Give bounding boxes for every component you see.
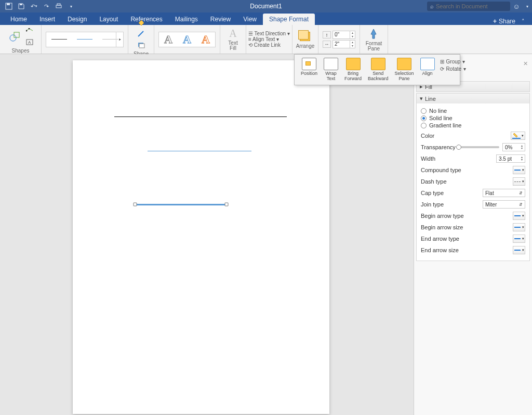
selection-handle-left[interactable] — [134, 203, 137, 206]
join-type-select[interactable]: Miter⇵ — [483, 200, 525, 209]
svg-rect-6 — [14, 32, 19, 37]
line-shape-2[interactable] — [148, 151, 251, 151]
svg-text:A: A — [28, 40, 31, 45]
ribbon-tabs: Home Insert Design Layout References Mai… — [0, 12, 532, 25]
tab-view[interactable]: View — [237, 14, 263, 25]
work-area: ✕ ▸Fill ▾Line No line Solid line Gradien… — [0, 54, 532, 415]
cap-label: Cap type — [421, 190, 444, 196]
arrange-label: Arrange — [296, 44, 315, 49]
undo-icon[interactable]: ↶ ▾ — [29, 2, 38, 10]
text-direction-button[interactable]: ☰ Text Direction ▾ — [248, 31, 290, 36]
join-label: Join type — [421, 201, 444, 208]
color-picker[interactable]: ▾ — [511, 132, 525, 140]
compound-type-picker[interactable]: ▾ — [513, 166, 525, 174]
share-label: Share — [499, 18, 515, 25]
transparency-slider[interactable] — [459, 146, 499, 148]
autosave-icon[interactable] — [4, 2, 14, 10]
position-button[interactable]: Position — [298, 58, 321, 82]
ribbon: A Shapes ▸ Shape Fill AAA A Text Fill ☰ … — [0, 25, 532, 54]
rotate-button[interactable]: ⟳ Rotate ▾ — [440, 66, 466, 72]
create-link-button[interactable]: ⟲ Create Link — [248, 42, 281, 48]
wordart-group: AAA — [154, 25, 220, 54]
compound-label: Compound type — [421, 167, 461, 173]
insert-shapes-button[interactable] — [7, 29, 22, 44]
tab-insert[interactable]: Insert — [33, 14, 61, 25]
pane-close-icon[interactable]: ✕ — [523, 60, 528, 67]
end-arrow-type-label: End arrow type — [421, 236, 459, 242]
customize-qat-icon[interactable]: ▾ — [66, 2, 76, 10]
shape-outline-button[interactable] — [136, 29, 147, 39]
quick-access-toolbar: ↶ ▾ ↷ ▾ — [0, 2, 76, 10]
selection-pane-button[interactable]: Selection Pane — [392, 58, 417, 82]
print-icon[interactable] — [54, 2, 63, 10]
feedback-dropdown-icon[interactable]: ▾ — [523, 4, 532, 9]
save-icon[interactable] — [17, 2, 26, 10]
search-input[interactable] — [436, 3, 507, 9]
text-fill-label: Text Fill — [224, 41, 242, 51]
svg-rect-1 — [7, 3, 10, 5]
wrap-text-button[interactable]: Wrap Text — [321, 58, 341, 82]
shape-fill-button[interactable] — [136, 17, 147, 28]
bring-forward-button[interactable]: Bring Forward — [341, 58, 365, 82]
tab-design[interactable]: Design — [61, 14, 93, 25]
height-input[interactable]: 0"▴▾ — [332, 31, 355, 39]
cap-type-select[interactable]: Flat⇵ — [483, 189, 525, 197]
width-input[interactable]: 2"▴▾ — [332, 40, 355, 48]
send-backward-button[interactable]: Send Backward — [365, 58, 392, 82]
shapes-label: Shapes — [12, 48, 30, 54]
tab-review[interactable]: Review — [204, 14, 237, 25]
tab-layout[interactable]: Layout — [93, 14, 124, 25]
line-width-label: Width — [421, 155, 435, 162]
arrange-group: Arrange — [292, 25, 318, 54]
edit-shape-icon[interactable] — [24, 25, 35, 36]
page — [73, 60, 329, 414]
redo-icon[interactable]: ↷ — [42, 2, 51, 10]
width-value: 2" — [335, 41, 339, 47]
line-shape-selected[interactable] — [135, 204, 227, 205]
search-box[interactable]: ⌕ — [427, 2, 510, 11]
line-width-input[interactable]: 3.5 pt▴▾ — [496, 154, 525, 163]
shapes-group: A Shapes — [0, 25, 42, 54]
svg-point-5 — [10, 35, 16, 41]
tab-references[interactable]: References — [124, 14, 168, 25]
format-pane-label: Format Pane — [366, 41, 382, 51]
solid-line-radio[interactable]: Solid line — [421, 115, 525, 121]
arrange-button[interactable] — [298, 30, 312, 43]
wordart-gallery[interactable]: AAA — [158, 32, 216, 47]
end-arrow-type-picker[interactable]: ▾ — [513, 235, 525, 243]
shape-styles-group: ▸ — [42, 25, 128, 54]
format-shape-pane: ✕ ▸Fill ▾Line No line Solid line Gradien… — [414, 54, 532, 415]
begin-arrow-size-label: Begin arrow size — [421, 224, 463, 230]
share-plus-icon: + — [493, 18, 497, 25]
tab-mailings[interactable]: Mailings — [169, 14, 204, 25]
chevron-down-icon: ▾ — [420, 95, 423, 102]
begin-arrow-type-picker[interactable]: ▾ — [513, 212, 525, 220]
align-text-button[interactable]: ≡ Align Text ▾ — [248, 36, 279, 42]
align-button[interactable]: Align — [417, 58, 438, 82]
text-fill-icon[interactable]: A — [229, 28, 236, 40]
end-arrow-size-picker[interactable]: ▾ — [513, 246, 525, 254]
no-line-radio[interactable]: No line — [421, 108, 525, 114]
gradient-line-radio[interactable]: Gradient line — [421, 122, 525, 128]
transparency-input[interactable]: 0%▴▾ — [502, 143, 525, 151]
dash-type-picker[interactable]: ▾ — [513, 177, 525, 186]
height-icon: ↕ — [323, 31, 331, 38]
text-box-icon[interactable]: A — [24, 37, 35, 47]
shape-effects-button[interactable] — [136, 40, 147, 50]
tab-shape-format[interactable]: Shape Format — [263, 14, 315, 25]
shape-styles-gallery[interactable]: ▸ — [46, 32, 124, 47]
format-pane-button[interactable] — [368, 28, 379, 40]
begin-arrow-size-picker[interactable]: ▾ — [513, 223, 525, 231]
line-section-header[interactable]: ▾Line — [417, 94, 529, 103]
selection-handle-right[interactable] — [225, 203, 229, 206]
document-canvas[interactable] — [0, 54, 414, 415]
line-shape-1[interactable] — [114, 116, 287, 117]
share-button[interactable]: +Share — [493, 18, 518, 25]
tab-home[interactable]: Home — [4, 14, 33, 25]
ribbon-collapse-icon[interactable]: ˄ — [518, 18, 528, 25]
feedback-icon[interactable]: ☺ — [510, 3, 523, 10]
gallery-more-icon[interactable]: ▸ — [116, 32, 123, 47]
svg-rect-12 — [139, 44, 144, 48]
text-fill-group: A Text Fill — [220, 25, 246, 54]
group-button[interactable]: ⊞ Group ▾ — [440, 59, 466, 64]
